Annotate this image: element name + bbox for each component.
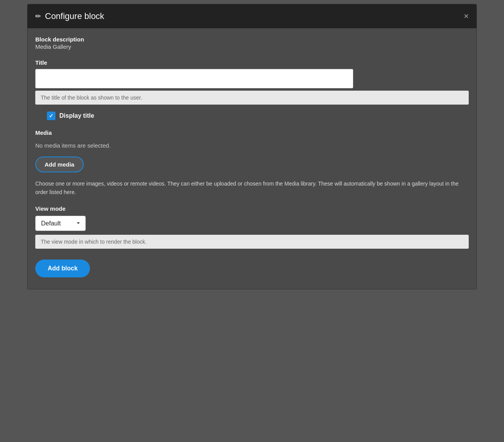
header-left: ✏ Configure block (35, 11, 104, 21)
view-mode-label: View mode (35, 205, 469, 212)
no-media-text: No media items are selected. (35, 142, 469, 149)
display-title-checkbox[interactable]: ✓ (47, 112, 55, 120)
display-title-label: Display title (59, 112, 94, 119)
title-input[interactable] (35, 69, 353, 88)
modal-body: Block description Media Gallery Title Th… (28, 28, 476, 289)
block-description-label: Block description (35, 36, 469, 43)
modal-header: ✏ Configure block × (28, 4, 476, 28)
block-description-section: Block description Media Gallery (35, 36, 469, 50)
media-label: Media (35, 129, 469, 136)
media-section: Media No media items are selected. Add m… (35, 129, 469, 197)
media-hint-text: Choose one or more images, videos or rem… (35, 179, 462, 197)
view-mode-section: View mode Default The view mode in which… (35, 205, 469, 249)
configure-block-modal: ✏ Configure block × Block description Me… (27, 4, 477, 289)
modal-title: Configure block (45, 11, 104, 21)
view-mode-select[interactable]: Default (35, 216, 86, 231)
checkbox-check: ✓ (49, 113, 54, 119)
title-section: Title The title of the block as shown to… (35, 59, 469, 105)
pencil-icon: ✏ (35, 12, 41, 21)
title-hint: The title of the block as shown to the u… (35, 91, 469, 105)
display-title-row: ✓ Display title (47, 112, 469, 120)
title-label: Title (35, 59, 469, 66)
add-block-button[interactable]: Add block (35, 260, 90, 277)
view-mode-hint: The view mode in which to render the blo… (35, 235, 469, 249)
block-description-value: Media Gallery (35, 43, 469, 50)
close-icon[interactable]: × (464, 12, 469, 21)
add-media-button[interactable]: Add media (35, 157, 84, 172)
